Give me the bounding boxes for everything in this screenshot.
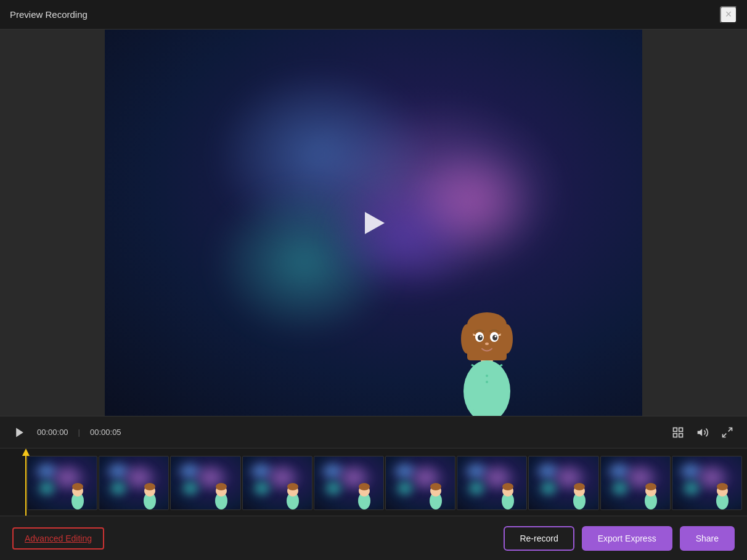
thumb-frame-1	[27, 456, 97, 510]
avatar-overlay	[450, 280, 524, 416]
timeline-thumbnails	[27, 456, 742, 510]
expand-icon	[721, 426, 733, 439]
export-button[interactable]: Export Express	[582, 526, 672, 551]
thumb-frame-8	[528, 456, 598, 510]
svg-rect-6	[467, 336, 507, 360]
svg-point-36	[287, 483, 298, 490]
thumb-frame-2	[99, 456, 169, 510]
svg-point-16	[486, 381, 488, 383]
thumb-frame-10	[672, 456, 742, 510]
left-panel	[0, 30, 105, 416]
scrubber-head	[22, 448, 30, 456]
svg-point-13	[485, 343, 489, 345]
controls-bar: 00:00:00 | 00:00:05	[0, 416, 747, 448]
svg-point-39	[359, 483, 370, 490]
video-player[interactable]	[105, 30, 642, 416]
thumb-frame-9	[600, 456, 671, 510]
svg-point-12	[495, 336, 497, 338]
volume-icon	[696, 426, 709, 439]
svg-point-27	[72, 483, 83, 490]
avatar-svg	[450, 280, 524, 416]
thumb-avatar-3	[213, 477, 230, 509]
thumb-frame-5	[314, 456, 384, 510]
volume-button[interactable]	[693, 423, 712, 442]
play-pause-button[interactable]	[10, 423, 30, 442]
svg-point-14	[465, 360, 508, 416]
svg-line-24	[723, 433, 727, 437]
svg-point-48	[574, 483, 585, 490]
thumb-avatar-5	[356, 477, 373, 509]
timeline-scrubber[interactable]	[22, 448, 30, 516]
controls-right-icons	[668, 423, 737, 442]
thumb-frame-4	[242, 456, 312, 510]
video-background	[105, 30, 642, 416]
svg-marker-22	[698, 429, 703, 436]
svg-point-10	[492, 335, 497, 341]
svg-point-45	[502, 483, 513, 490]
time-separator: |	[78, 428, 80, 437]
svg-point-33	[216, 483, 227, 490]
scrubber-line	[25, 456, 27, 516]
crop-button[interactable]	[668, 423, 688, 442]
thumb-avatar-2	[141, 477, 158, 509]
close-icon: ×	[725, 8, 732, 21]
timeline[interactable]	[0, 448, 747, 516]
svg-point-30	[144, 483, 155, 490]
total-time: 00:00:05	[90, 428, 121, 437]
right-panel	[642, 30, 747, 416]
bottom-actions: Re-record Export Express Share	[504, 526, 735, 551]
main-window: Preview Recording ×	[0, 0, 747, 560]
svg-rect-21	[679, 433, 683, 437]
thumb-avatar-4	[284, 477, 301, 509]
svg-point-54	[717, 483, 728, 490]
svg-point-11	[480, 336, 482, 338]
svg-marker-17	[16, 428, 23, 437]
play-icon	[365, 212, 385, 234]
thumb-avatar-7	[499, 477, 516, 509]
thumb-frame-7	[457, 456, 527, 510]
thumb-avatar-8	[571, 477, 588, 509]
svg-rect-20	[674, 433, 677, 437]
crop-icon	[672, 426, 684, 439]
rerecord-button[interactable]: Re-record	[504, 526, 574, 551]
window-title: Preview Recording	[10, 9, 88, 20]
svg-point-3	[467, 312, 507, 337]
video-content-area	[0, 30, 747, 416]
bottom-bar: Advanced Editing Re-record Export Expres…	[0, 516, 747, 560]
svg-rect-18	[674, 428, 677, 431]
advanced-editing-button[interactable]: Advanced Editing	[12, 527, 104, 550]
svg-point-15	[486, 375, 488, 377]
thumb-frame-3	[170, 456, 240, 510]
svg-line-23	[729, 428, 732, 431]
expand-button[interactable]	[717, 423, 737, 442]
play-pause-icon	[14, 426, 26, 439]
svg-point-51	[645, 483, 656, 490]
play-button[interactable]	[355, 205, 392, 241]
thumb-avatar-1	[69, 477, 86, 509]
current-time: 00:00:00	[37, 428, 68, 437]
svg-point-42	[430, 483, 441, 490]
share-button[interactable]: Share	[680, 526, 735, 551]
thumb-avatar-10	[714, 477, 731, 509]
close-button[interactable]: ×	[720, 6, 737, 23]
titlebar: Preview Recording ×	[0, 0, 747, 30]
stroke-pink	[412, 145, 535, 256]
thumb-frame-6	[385, 456, 455, 510]
thumb-avatar-9	[642, 477, 659, 509]
svg-point-9	[478, 335, 483, 341]
thumb-avatar-6	[427, 477, 444, 509]
svg-rect-19	[679, 428, 683, 431]
